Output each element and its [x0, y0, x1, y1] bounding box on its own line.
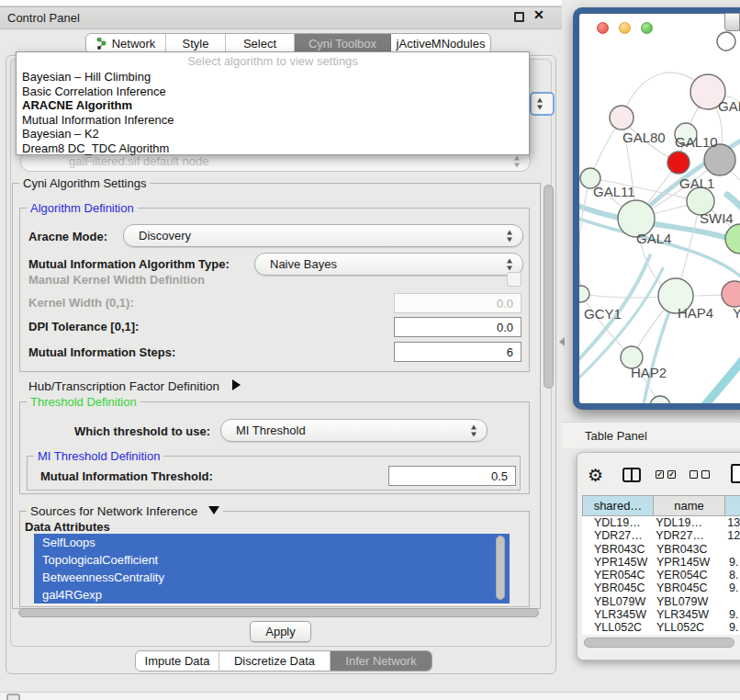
table-cell: YDL19… [582, 516, 653, 529]
column-header[interactable] [725, 495, 740, 516]
mi-threshold-field[interactable]: 0.5 [388, 466, 516, 486]
mac-minimize-button[interactable] [619, 22, 631, 34]
manual-kernel-width-checkbox[interactable] [507, 272, 521, 287]
float-window-icon[interactable] [514, 12, 524, 22]
mac-zoom-button[interactable] [641, 22, 653, 34]
table-row[interactable]: YDL19…YDL19…13 [582, 516, 740, 529]
network-node[interactable] [722, 281, 740, 307]
table-cell: 8. [725, 569, 738, 581]
tab-label: Cyni Toolbox [308, 37, 376, 51]
mi-steps-value: 6 [507, 345, 513, 359]
algorithm-option[interactable]: Dream8 DC_TDC Algorithm [17, 141, 529, 156]
column-header[interactable]: name [654, 495, 725, 516]
network-node-label: GAL4 [636, 231, 671, 246]
table-row[interactable]: YBR043CYBR043C [582, 543, 740, 556]
column-header[interactable]: shared… [582, 495, 654, 516]
network-node-label: HAP2 [631, 365, 667, 380]
table-cell: YBR043C [582, 543, 654, 556]
network-toolbar-fragment [724, 13, 740, 31]
tab-select[interactable]: Select [226, 34, 295, 53]
table-cell: 13 [723, 516, 740, 529]
tab-label: Impute Data [145, 654, 210, 668]
dpi-tolerance-value: 0.0 [497, 321, 513, 334]
expander-collapsed-icon [232, 379, 241, 390]
table-row[interactable]: YLL052CYLL052C9. [582, 621, 740, 634]
table-row[interactable]: YBR045CYBR045C9. [582, 581, 740, 594]
table-row[interactable]: YLR345WYLR345W9. [582, 608, 740, 621]
tab-impute-data[interactable]: Impute Data [136, 651, 219, 671]
tab-jactivemnodules[interactable]: jActiveMNodules [391, 34, 490, 53]
mac-close-button[interactable] [597, 22, 609, 34]
mi-algorithm-type-combo[interactable]: Naive Bayes [254, 253, 523, 276]
table-row[interactable]: YPR145WYPR145W9. [582, 556, 740, 569]
network-node[interactable] [667, 152, 690, 174]
table-cell: YLR345W [582, 608, 654, 621]
network-node[interactable] [610, 106, 633, 130]
table-cell: 9. [725, 581, 738, 594]
unchecked-box-icon[interactable] [690, 470, 698, 479]
network-node-label: GCY1 [584, 306, 622, 322]
algorithm-select-combo-fragment[interactable] [530, 92, 555, 116]
table-icon[interactable] [731, 464, 740, 483]
table-row[interactable]: YBL079WYBL079W [582, 595, 740, 608]
table-cell: 9. [725, 608, 738, 621]
data-attributes-list[interactable]: SelfLoopsTopologicalCoefficientBetweenne… [34, 534, 510, 604]
network-node[interactable] [650, 396, 670, 403]
table-cell: YBL079W [582, 595, 654, 608]
table-cell: 12 [723, 529, 740, 542]
data-attribute-item[interactable]: TopologicalCoefficient [34, 551, 510, 569]
table-row[interactable]: YER054CYER054C8. [582, 569, 740, 581]
network-node-label: GAL10 [675, 134, 718, 150]
tab-discretize-data[interactable]: Discretize Data [219, 651, 331, 671]
settings-horizontal-scrollbar[interactable] [18, 608, 539, 617]
network-node[interactable] [579, 286, 589, 302]
apply-button[interactable]: Apply [250, 621, 311, 642]
algorithm-option[interactable]: Bayesian – Hill Climbing [17, 70, 529, 85]
table-cell [725, 595, 729, 608]
mi-algorithm-type-value: Naive Bayes [270, 257, 337, 271]
table-panel-titlebar[interactable]: Table Panel [562, 422, 740, 448]
panel-corner-icon[interactable] [6, 694, 20, 700]
algorithm-option[interactable]: Bayesian – K2 [17, 127, 529, 141]
manual-kernel-width-label: Manual Kernel Width Definition [28, 273, 205, 287]
tab-label: Style [183, 37, 209, 51]
tab-infer-network[interactable]: Infer Network [331, 651, 432, 671]
which-threshold-combo[interactable]: MI Threshold [220, 419, 488, 442]
tab-cyni-toolbox[interactable]: Cyni Toolbox [295, 34, 391, 53]
network-node[interactable] [725, 224, 740, 254]
control-panel-titlebar[interactable]: Control Panel [0, 6, 562, 29]
kernel-width-field[interactable]: 0.0 [394, 293, 521, 313]
tab-style[interactable]: Style [166, 34, 226, 53]
unchecked-box-icon[interactable] [701, 470, 710, 479]
split-view-icon[interactable] [622, 468, 641, 482]
tab-network[interactable]: Network [86, 34, 166, 53]
network-canvas[interactable]: GALGAL80GAL10GAL11GAL1SWI4GAL4GCY1HAP4YH… [579, 14, 740, 403]
hub-expander[interactable]: Hub/Transcription Factor Definition [28, 379, 241, 393]
attributes-vertical-scrollbar[interactable] [496, 536, 505, 600]
algorithm-option[interactable]: Basic Correlation Inference [17, 85, 529, 99]
table-cell: YLL052C [654, 621, 725, 634]
algorithm-option[interactable]: ARACNE Algorithm [17, 98, 529, 113]
gear-icon[interactable]: ⚙ [588, 465, 603, 486]
mi-steps-field[interactable]: 6 [394, 342, 521, 362]
which-threshold-value: MI Threshold [236, 423, 306, 437]
control-panel-title: Control Panel [7, 11, 80, 25]
algorithm-option[interactable]: Mutual Information Inference [17, 113, 529, 128]
network-node-label: GAL11 [593, 184, 635, 199]
bottom-tabbar: Impute Data Discretize Data Infer Networ… [135, 650, 432, 672]
data-attribute-item[interactable]: SelfLoops [34, 534, 510, 551]
data-attribute-item[interactable]: gal4RGexp [34, 586, 510, 604]
sources-title[interactable]: Sources for Network Inference [27, 504, 223, 518]
aracne-mode-combo[interactable]: Discovery [123, 224, 523, 247]
checked-box-icon[interactable]: ✓ [656, 470, 664, 479]
table-row[interactable]: YDR27…YDR27…12 [582, 529, 740, 542]
network-node[interactable] [717, 32, 735, 51]
settings-vertical-scrollbar[interactable] [544, 185, 554, 389]
checked-box-icon[interactable]: ✓ [667, 470, 676, 479]
data-attribute-item[interactable]: BetweennessCentrality [34, 569, 510, 586]
network-node-label: HAP4 [678, 305, 713, 321]
close-icon[interactable]: ✕ [533, 7, 544, 22]
table-cell: YPR145W [654, 556, 725, 569]
dpi-tolerance-field[interactable]: 0.0 [394, 317, 521, 337]
panel-divider-handle[interactable] [559, 337, 565, 346]
